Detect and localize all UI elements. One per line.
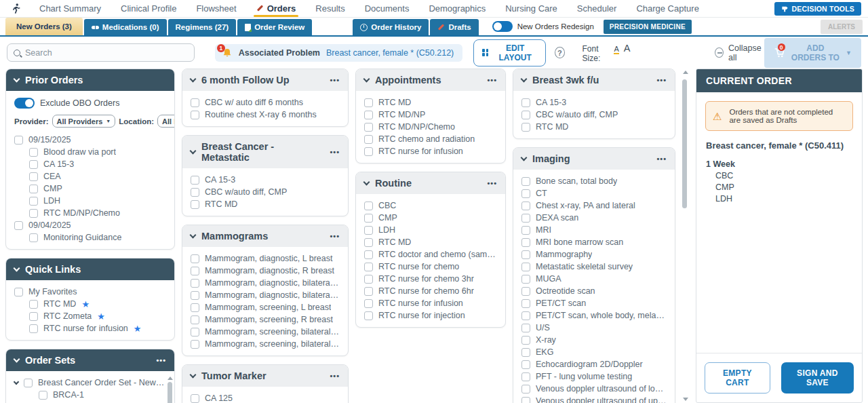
checkbox[interactable] xyxy=(191,303,199,312)
checkbox[interactable] xyxy=(521,214,530,223)
associated-problem-link[interactable]: Breast cancer, female * (C50.212) xyxy=(326,48,454,58)
checkbox[interactable] xyxy=(521,324,530,332)
checkbox[interactable] xyxy=(521,177,530,186)
precision-medicine-badge[interactable]: PRECISION MEDICINE xyxy=(604,20,692,34)
checkbox[interactable] xyxy=(364,123,373,132)
checkbox[interactable] xyxy=(521,385,530,394)
checkbox[interactable] xyxy=(191,267,199,275)
checkbox[interactable] xyxy=(29,160,38,169)
checkbox[interactable] xyxy=(521,202,530,210)
font-size-small-button[interactable]: A xyxy=(614,45,618,54)
nav-tab-flowsheet[interactable]: Flowsheet xyxy=(196,0,236,17)
checkbox[interactable] xyxy=(521,123,530,132)
checkbox[interactable] xyxy=(364,311,373,320)
checkbox[interactable] xyxy=(29,209,38,218)
checkbox[interactable] xyxy=(521,348,530,357)
tab-order-review[interactable]: Order Review xyxy=(237,19,312,35)
checkbox[interactable] xyxy=(191,394,199,403)
nav-tab-nursing-care[interactable]: Nursing Care xyxy=(505,0,557,17)
more-menu-icon[interactable]: ••• xyxy=(330,373,340,379)
chevron-down-icon[interactable] xyxy=(14,356,20,363)
nav-tab-scheduler[interactable]: Scheduler xyxy=(577,0,617,17)
more-menu-icon[interactable]: ••• xyxy=(330,77,340,83)
checkbox[interactable] xyxy=(364,202,373,210)
board-scrollbar[interactable] xyxy=(682,69,689,403)
more-menu-icon[interactable]: ••• xyxy=(156,358,166,363)
checkbox[interactable] xyxy=(364,287,373,296)
checkbox[interactable] xyxy=(191,254,199,263)
more-menu-icon[interactable]: ••• xyxy=(487,77,497,83)
checkbox[interactable] xyxy=(521,250,530,259)
checkbox[interactable] xyxy=(191,176,199,185)
location-select[interactable]: All Locations▼ xyxy=(157,115,175,128)
checkbox[interactable] xyxy=(364,98,373,107)
font-size-large-button[interactable]: A xyxy=(624,43,631,54)
favorite-star-icon[interactable]: ★ xyxy=(134,324,142,334)
chevron-down-icon[interactable] xyxy=(14,379,19,385)
checkbox[interactable] xyxy=(364,214,373,223)
checkbox[interactable] xyxy=(521,311,530,320)
checkbox[interactable] xyxy=(191,340,199,349)
checkbox[interactable] xyxy=(29,312,38,321)
checkbox[interactable] xyxy=(521,275,530,284)
checkbox[interactable] xyxy=(14,221,23,230)
chevron-down-icon[interactable] xyxy=(190,372,197,379)
checkbox[interactable] xyxy=(29,197,38,206)
provider-select[interactable]: All Providers▼ xyxy=(52,115,116,128)
tab-drafts[interactable]: Drafts xyxy=(430,19,478,35)
tab-medications-0[interactable]: Medications (0) xyxy=(84,19,167,35)
checkbox[interactable] xyxy=(364,275,373,284)
checkbox[interactable] xyxy=(191,111,199,119)
checkbox[interactable] xyxy=(521,299,530,308)
checkbox[interactable] xyxy=(364,250,373,259)
chevron-down-icon[interactable] xyxy=(363,76,370,83)
search-input[interactable] xyxy=(25,48,188,58)
new-orders-redesign-toggle[interactable] xyxy=(492,21,513,32)
chevron-down-icon[interactable] xyxy=(190,232,197,239)
checkbox[interactable] xyxy=(24,379,33,387)
checkbox[interactable] xyxy=(191,315,199,324)
decision-tools-button[interactable]: DECISION TOOLS xyxy=(774,2,861,16)
panel-scrollbar[interactable] xyxy=(167,377,173,403)
more-menu-icon[interactable]: ••• xyxy=(330,233,340,239)
chevron-down-icon[interactable] xyxy=(14,76,20,83)
tab-order-history[interactable]: Order History xyxy=(353,19,429,35)
checkbox[interactable] xyxy=(364,238,373,247)
checkbox[interactable] xyxy=(29,233,38,242)
checkbox[interactable] xyxy=(521,263,530,271)
edit-layout-button[interactable]: EDIT LAYOUT xyxy=(473,39,546,66)
scrollbar-thumb[interactable] xyxy=(167,382,172,403)
scroll-up-arrow[interactable] xyxy=(167,377,173,380)
checkbox[interactable] xyxy=(191,291,199,300)
favorite-star-icon[interactable]: ★ xyxy=(97,311,105,322)
chevron-down-icon[interactable] xyxy=(521,155,528,161)
nav-tab-orders[interactable]: Orders xyxy=(256,0,296,17)
checkbox[interactable] xyxy=(29,324,38,333)
nav-tab-demographics[interactable]: Demographics xyxy=(429,0,486,17)
checkbox[interactable] xyxy=(521,287,530,296)
checkbox[interactable] xyxy=(364,135,373,144)
collapse-all-button[interactable]: Collapse all xyxy=(715,43,764,62)
checkbox[interactable] xyxy=(29,148,38,157)
checkbox[interactable] xyxy=(521,226,530,235)
chevron-down-icon[interactable] xyxy=(190,148,197,155)
checkbox[interactable] xyxy=(191,188,199,197)
checkbox[interactable] xyxy=(521,111,530,119)
tab-regimens-27[interactable]: Regimens (27) xyxy=(168,19,237,35)
more-menu-icon[interactable]: ••• xyxy=(487,180,497,186)
more-menu-icon[interactable]: ••• xyxy=(656,156,667,161)
notification-bell-icon[interactable]: 1 xyxy=(222,47,233,58)
checkbox[interactable] xyxy=(521,189,530,198)
chevron-down-icon[interactable] xyxy=(190,76,197,83)
nav-tab-chart-summary[interactable]: Chart Summary xyxy=(39,0,101,17)
checkbox[interactable] xyxy=(364,147,373,156)
empty-cart-button[interactable]: EMPTY CART xyxy=(705,362,770,394)
scroll-up-arrow[interactable] xyxy=(683,71,688,74)
checkbox[interactable] xyxy=(29,185,38,193)
checkbox[interactable] xyxy=(191,98,199,107)
checkbox[interactable] xyxy=(364,111,373,119)
nav-tab-clinical-profile[interactable]: Clinical Profile xyxy=(121,0,176,17)
checkbox[interactable] xyxy=(29,300,38,309)
checkbox[interactable] xyxy=(364,226,373,235)
checkbox[interactable] xyxy=(191,279,199,288)
